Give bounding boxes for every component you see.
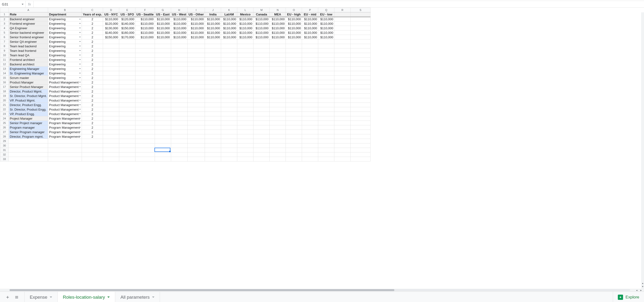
role-cell[interactable]: Team lead backend <box>9 44 48 48</box>
header-cell[interactable]: India <box>205 12 221 17</box>
chevron-down-icon[interactable] <box>79 86 81 87</box>
salary-cell[interactable]: $110,000 <box>254 17 270 21</box>
salary-cell[interactable] <box>254 116 270 121</box>
salary-cell[interactable]: $150,000 <box>103 35 119 39</box>
salary-cell[interactable] <box>103 62 119 67</box>
role-cell[interactable]: Senior Program manager <box>9 130 48 134</box>
department-cell[interactable]: Engineering <box>48 17 82 21</box>
empty-cell[interactable] <box>119 139 136 143</box>
salary-cell[interactable] <box>103 103 119 107</box>
row-header-6[interactable]: 6 <box>0 35 9 39</box>
row-header-11[interactable]: 11 <box>0 57 9 62</box>
salary-cell[interactable] <box>205 48 221 53</box>
column-header-P[interactable]: P <box>302 8 318 12</box>
salary-cell[interactable] <box>103 57 119 62</box>
row-header-4[interactable]: 4 <box>0 26 9 30</box>
chevron-down-icon[interactable] <box>79 27 81 28</box>
salary-cell[interactable] <box>318 67 334 71</box>
salary-cell[interactable] <box>205 125 221 130</box>
years-cell[interactable]: 2 <box>82 35 103 39</box>
salary-cell[interactable] <box>334 85 350 89</box>
salary-cell[interactable] <box>270 89 286 94</box>
salary-cell[interactable] <box>221 112 237 116</box>
salary-cell[interactable] <box>119 121 136 125</box>
salary-cell[interactable] <box>350 103 370 107</box>
empty-cell[interactable] <box>48 148 82 152</box>
salary-cell[interactable] <box>254 134 270 139</box>
empty-cell[interactable] <box>205 152 221 157</box>
salary-cell[interactable] <box>302 71 318 76</box>
empty-cell[interactable] <box>136 152 155 157</box>
salary-cell[interactable] <box>237 39 254 44</box>
row-header-30[interactable]: 30 <box>0 143 9 148</box>
salary-cell[interactable] <box>334 53 350 57</box>
vertical-scrollbar[interactable]: ▴ ▾ <box>641 12 644 289</box>
column-header-S[interactable]: S <box>350 8 370 12</box>
header-cell[interactable]: US - East <box>155 12 171 17</box>
salary-cell[interactable] <box>171 89 187 94</box>
empty-cell[interactable] <box>254 139 270 143</box>
department-cell[interactable]: Product Management <box>48 98 82 103</box>
salary-cell[interactable] <box>205 121 221 125</box>
years-cell[interactable]: 2 <box>82 76 103 80</box>
salary-cell[interactable]: $110,000 <box>254 35 270 39</box>
salary-cell[interactable] <box>103 125 119 130</box>
salary-cell[interactable] <box>334 44 350 48</box>
header-cell[interactable]: EU - mid <box>302 12 318 17</box>
salary-cell[interactable] <box>171 134 187 139</box>
salary-cell[interactable] <box>350 67 370 71</box>
role-cell[interactable]: Senior QA engineer <box>9 39 48 44</box>
empty-cell[interactable] <box>334 148 350 152</box>
salary-cell[interactable]: $110,000 <box>155 21 171 26</box>
empty-cell[interactable] <box>9 148 48 152</box>
salary-cell[interactable] <box>286 71 302 76</box>
salary-cell[interactable] <box>187 62 205 67</box>
salary-cell[interactable] <box>187 57 205 62</box>
salary-cell[interactable] <box>187 98 205 103</box>
salary-cell[interactable] <box>334 71 350 76</box>
salary-cell[interactable] <box>187 130 205 134</box>
explore-button[interactable]: Explore <box>613 292 644 302</box>
salary-cell[interactable]: $140,000 <box>119 21 136 26</box>
years-cell[interactable]: 2 <box>82 53 103 57</box>
salary-cell[interactable] <box>237 57 254 62</box>
salary-cell[interactable]: $110,000 <box>270 35 286 39</box>
salary-cell[interactable] <box>237 125 254 130</box>
salary-cell[interactable]: $110,000 <box>187 21 205 26</box>
salary-cell[interactable] <box>155 57 171 62</box>
salary-cell[interactable] <box>119 130 136 134</box>
empty-cell[interactable] <box>302 157 318 161</box>
salary-cell[interactable] <box>254 112 270 116</box>
salary-cell[interactable] <box>205 71 221 76</box>
salary-cell[interactable]: $110,000 <box>221 35 237 39</box>
salary-cell[interactable] <box>270 53 286 57</box>
salary-cell[interactable] <box>187 107 205 112</box>
salary-cell[interactable] <box>221 98 237 103</box>
salary-cell[interactable]: $110,000 <box>136 26 155 30</box>
scroll-left-icon[interactable]: ◂ <box>635 289 638 292</box>
salary-cell[interactable] <box>171 112 187 116</box>
row-header-27[interactable]: 27 <box>0 130 9 134</box>
salary-cell[interactable] <box>171 48 187 53</box>
department-cell[interactable]: Product Management <box>48 89 82 94</box>
salary-cell[interactable] <box>334 17 350 21</box>
header-cell[interactable]: US - SFO <box>119 12 136 17</box>
chevron-down-icon[interactable] <box>79 59 81 60</box>
role-cell[interactable]: VP, Product Engg. <box>9 112 48 116</box>
salary-cell[interactable] <box>334 125 350 130</box>
salary-cell[interactable]: $110,000 <box>286 30 302 35</box>
column-header-K[interactable]: K <box>221 8 237 12</box>
salary-cell[interactable] <box>302 134 318 139</box>
salary-cell[interactable] <box>187 85 205 89</box>
department-cell[interactable]: Program Management <box>48 130 82 134</box>
salary-cell[interactable]: $110,000 <box>254 26 270 30</box>
row-header-17[interactable]: 17 <box>0 85 9 89</box>
salary-cell[interactable] <box>334 26 350 30</box>
salary-cell[interactable]: $110,000 <box>221 26 237 30</box>
empty-cell[interactable] <box>318 157 334 161</box>
salary-cell[interactable] <box>187 134 205 139</box>
salary-cell[interactable] <box>221 85 237 89</box>
chevron-down-icon[interactable] <box>79 109 81 110</box>
salary-cell[interactable] <box>270 112 286 116</box>
chevron-down-icon[interactable] <box>79 127 81 128</box>
